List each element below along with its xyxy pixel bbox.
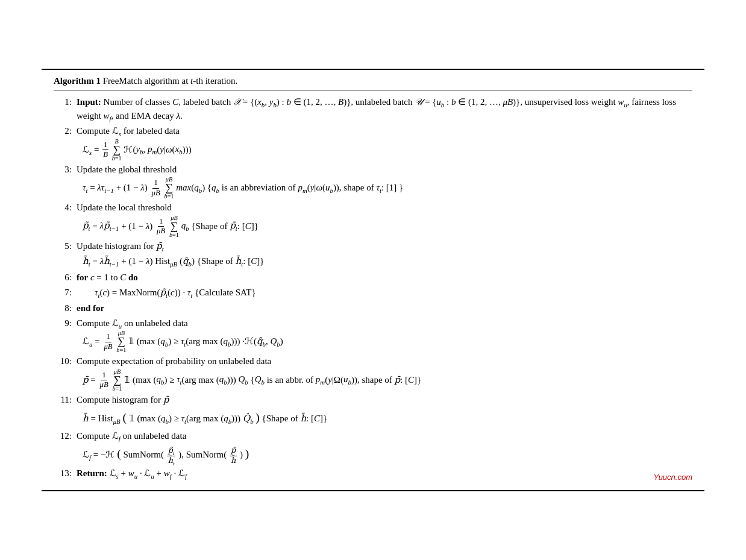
- step-1: 1: Input: Number of classes C, labeled b…: [54, 95, 692, 124]
- algorithm-label: Algorithm 1: [54, 76, 101, 86]
- step-10: 10: Compute expectation of probability o…: [54, 354, 692, 392]
- step-content-3: Update the global threshold τt = λτt−1 +…: [77, 163, 692, 200]
- step-content-11: Compute histogram for p̄ h̄ = HistμB ( 𝟙…: [77, 393, 692, 428]
- step-5: 5: Update histogram for p̃t h̃t = λh̃t−1…: [54, 239, 692, 269]
- step-content-5: Update histogram for p̃t h̃t = λh̃t−1 + …: [77, 239, 692, 269]
- step-num-5: 5:: [54, 239, 77, 253]
- step-content-2: Compute ℒs for labeled data ℒs = 1 B B ∑…: [77, 124, 692, 162]
- step-content-12: Compute ℒf on unlabeled data ℒf = −ℋ ( S…: [77, 429, 692, 465]
- step-12: 12: Compute ℒf on unlabeled data ℒf = −ℋ…: [54, 429, 692, 465]
- step-11: 11: Compute histogram for p̄ h̄ = HistμB…: [54, 393, 692, 428]
- step-num-8: 8:: [54, 301, 77, 315]
- step-num-7: 7:: [54, 286, 77, 300]
- step-content-13: Return: ℒs + wu · ℒu + wf · ℒf: [77, 467, 692, 480]
- step-6: 6: for c = 1 to C do: [54, 271, 692, 285]
- step-13: 13: Return: ℒs + wu · ℒu + wf · ℒf: [54, 467, 692, 480]
- step-num-9: 9:: [54, 316, 77, 330]
- step-3: 3: Update the global threshold τt = λτt−…: [54, 163, 692, 200]
- step-list: 1: Input: Number of classes C, labeled b…: [54, 95, 692, 480]
- watermark: Yuucn.com: [653, 473, 692, 482]
- step-9: 9: Compute ℒu on unlabeled data ℒu = 1 μ…: [54, 316, 692, 354]
- step-num-11: 11:: [54, 393, 77, 407]
- step-num-10: 10:: [54, 354, 77, 368]
- step-content-7: τt(c) = MaxNorm(p̃t(c)) · τt {Calculate …: [95, 286, 692, 300]
- step-content-1: Input: Number of classes C, labeled batc…: [77, 95, 692, 124]
- step-7: 7: τt(c) = MaxNorm(p̃t(c)) · τt {Calcula…: [54, 286, 692, 300]
- step-content-6: for c = 1 to C do: [77, 271, 692, 285]
- step-2: 2: Compute ℒs for labeled data ℒs = 1 B …: [54, 124, 692, 162]
- step-content-10: Compute expectation of probability on un…: [77, 354, 692, 392]
- algorithm-box: Algorithm 1 FreeMatch algorithm at t-th …: [42, 69, 704, 491]
- algorithm-title: Algorithm 1 FreeMatch algorithm at t-th …: [54, 76, 692, 90]
- step-num-6: 6:: [54, 271, 77, 285]
- step-num-12: 12:: [54, 429, 77, 443]
- step-content-8: end for: [77, 301, 692, 315]
- step-8: 8: end for: [54, 301, 692, 315]
- step-4: 4: Update the local threshold p̃t = λp̃t…: [54, 201, 692, 238]
- step-num-3: 3:: [54, 163, 77, 177]
- step-num-13: 13:: [54, 467, 77, 480]
- step-content-4: Update the local threshold p̃t = λp̃t−1 …: [77, 201, 692, 238]
- step-num-1: 1:: [54, 95, 77, 109]
- step-num-4: 4:: [54, 201, 77, 215]
- step-num-2: 2:: [54, 124, 77, 138]
- step-content-9: Compute ℒu on unlabeled data ℒu = 1 μB μ…: [77, 316, 692, 354]
